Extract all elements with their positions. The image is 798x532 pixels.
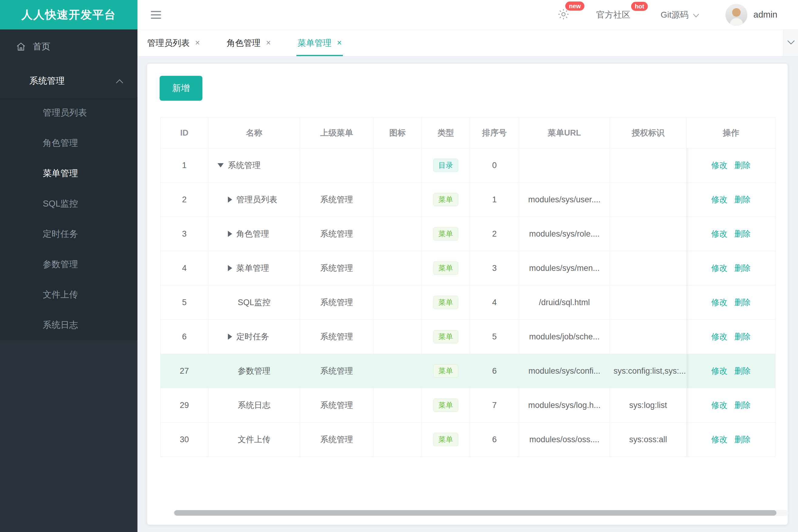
edit-link[interactable]: 修改 (711, 298, 728, 307)
official-community-link[interactable]: 官方社区 hot (596, 9, 630, 21)
cell-type: 菜单 (422, 320, 470, 354)
name-wrap: 系统日志 (212, 400, 296, 411)
cell-parent-menu (300, 148, 373, 183)
delete-link[interactable]: 删除 (734, 264, 751, 273)
cell-type: 菜单 (422, 422, 470, 457)
cell-order: 2 (470, 217, 519, 251)
chevron-down-icon (693, 10, 699, 20)
sidebar-item-管理员列表[interactable]: 管理员列表 (0, 98, 137, 128)
cell-name: 定时任务 (208, 320, 300, 354)
sidebar: 人人快速开发平台 首页 系统管理 管理员列表角色管理菜单管理SQL监控定时任务参… (0, 0, 137, 532)
menu-name-label: 管理员列表 (236, 194, 277, 205)
edit-link[interactable]: 修改 (711, 366, 728, 376)
expand-arrow-icon[interactable] (228, 231, 232, 237)
cell-id: 4 (161, 251, 208, 285)
sidebar-item-定时任务[interactable]: 定时任务 (0, 219, 137, 249)
delete-link[interactable]: 删除 (734, 229, 751, 239)
sidebar-item-home[interactable]: 首页 (0, 30, 137, 64)
home-icon (16, 41, 26, 52)
delete-link[interactable]: 删除 (734, 161, 751, 170)
horizontal-scrollbar[interactable] (173, 510, 788, 516)
tab-close-icon[interactable]: × (337, 38, 342, 48)
sidebar-item-参数管理[interactable]: 参数管理 (0, 249, 137, 280)
sidebar-item-label: 首页 (33, 41, 50, 53)
cell-id: 2 (161, 183, 208, 217)
cell-parent-menu: 系统管理 (300, 251, 373, 285)
table-row: 30文件上传系统管理菜单6modules/oss/oss....sys:oss:… (161, 422, 776, 457)
type-tag: 菜单 (433, 330, 458, 343)
cell-menu-url: /druid/sql.html (519, 285, 610, 320)
cell-menu-url: modules/sys/log.h... (519, 388, 610, 422)
git-source-dropdown[interactable]: Git源码 (661, 9, 699, 21)
delete-link[interactable]: 删除 (734, 435, 751, 444)
delete-link[interactable]: 删除 (734, 195, 751, 204)
tab-label: 菜单管理 (298, 37, 332, 49)
cell-name: 管理员列表 (208, 183, 300, 217)
type-tag: 目录 (433, 159, 458, 172)
expand-arrow-icon[interactable] (228, 265, 232, 271)
sidebar-nav: 首页 系统管理 管理员列表角色管理菜单管理SQL监控定时任务参数管理文件上传系统… (0, 30, 137, 340)
tab-菜单管理[interactable]: 菜单管理× (298, 30, 342, 56)
column-header-操作: 操作 (687, 118, 776, 148)
menu-name-label: 参数管理 (238, 365, 271, 376)
expand-arrow-icon[interactable] (228, 334, 232, 340)
cell-id: 5 (161, 285, 208, 320)
cell-order: 6 (470, 354, 519, 388)
edit-link[interactable]: 修改 (711, 401, 728, 410)
table-row: 3角色管理系统管理菜单2modules/sys/role....修改删除 (161, 217, 776, 251)
cell-order: 0 (470, 148, 519, 183)
cell-id: 27 (161, 354, 208, 388)
type-tag: 菜单 (433, 227, 458, 241)
tab-close-icon[interactable]: × (195, 38, 200, 48)
tab-管理员列表[interactable]: 管理员列表× (147, 30, 200, 56)
edit-link[interactable]: 修改 (711, 332, 728, 341)
delete-link[interactable]: 删除 (734, 298, 751, 307)
expand-arrow-icon[interactable] (228, 196, 232, 203)
cell-name: 角色管理 (208, 217, 300, 251)
cell-icon (373, 422, 422, 457)
cell-auth-flag (610, 217, 687, 251)
menu-name-label: 文件上传 (238, 434, 271, 445)
edit-link[interactable]: 修改 (711, 161, 728, 170)
add-button[interactable]: 新增 (160, 76, 202, 101)
tabbar: 管理员列表×角色管理×菜单管理× (137, 30, 798, 56)
type-tag: 菜单 (433, 262, 458, 275)
edit-link[interactable]: 修改 (711, 195, 728, 204)
cell-order: 4 (470, 285, 519, 320)
tabs-more-button[interactable] (783, 30, 798, 56)
collapse-arrow-icon[interactable] (218, 163, 224, 167)
tab-角色管理[interactable]: 角色管理× (227, 30, 271, 56)
type-tag: 菜单 (433, 296, 458, 309)
sidebar-item-角色管理[interactable]: 角色管理 (0, 128, 137, 158)
sidebar-item-SQL监控[interactable]: SQL监控 (0, 189, 137, 219)
delete-link[interactable]: 删除 (734, 332, 751, 341)
edit-link[interactable]: 修改 (711, 229, 728, 239)
sidebar-toggle-hamburger-icon[interactable] (151, 11, 161, 19)
tabs-container: 管理员列表×角色管理×菜单管理× (147, 30, 368, 56)
cell-actions: 修改删除 (687, 354, 776, 388)
tab-close-icon[interactable]: × (266, 38, 271, 48)
sidebar-item-系统日志[interactable]: 系统日志 (0, 310, 137, 340)
cell-menu-url: modules/job/sche... (519, 320, 610, 354)
name-wrap: 管理员列表 (212, 194, 296, 205)
cell-order: 1 (470, 183, 519, 217)
sidebar-item-菜单管理[interactable]: 菜单管理 (0, 158, 137, 189)
delete-link[interactable]: 删除 (734, 401, 751, 410)
username-label[interactable]: admin (754, 10, 777, 20)
community-label: 官方社区 (596, 9, 630, 21)
delete-link[interactable]: 删除 (734, 366, 751, 376)
cell-parent-menu: 系统管理 (300, 422, 373, 457)
name-wrap: 定时任务 (212, 331, 296, 342)
sidebar-group-system-management[interactable]: 系统管理 (0, 64, 137, 98)
user-avatar[interactable] (725, 4, 747, 26)
sidebar-item-文件上传[interactable]: 文件上传 (0, 280, 137, 310)
edit-link[interactable]: 修改 (711, 435, 728, 444)
scrollbar-thumb[interactable] (174, 510, 777, 516)
cell-order: 5 (470, 320, 519, 354)
edit-link[interactable]: 修改 (711, 264, 728, 273)
sidebar-item-label: 管理员列表 (43, 107, 87, 119)
cell-type: 菜单 (422, 388, 470, 422)
cell-menu-url (519, 148, 610, 183)
cell-icon (373, 320, 422, 354)
settings-gear-button[interactable]: new (557, 8, 570, 21)
